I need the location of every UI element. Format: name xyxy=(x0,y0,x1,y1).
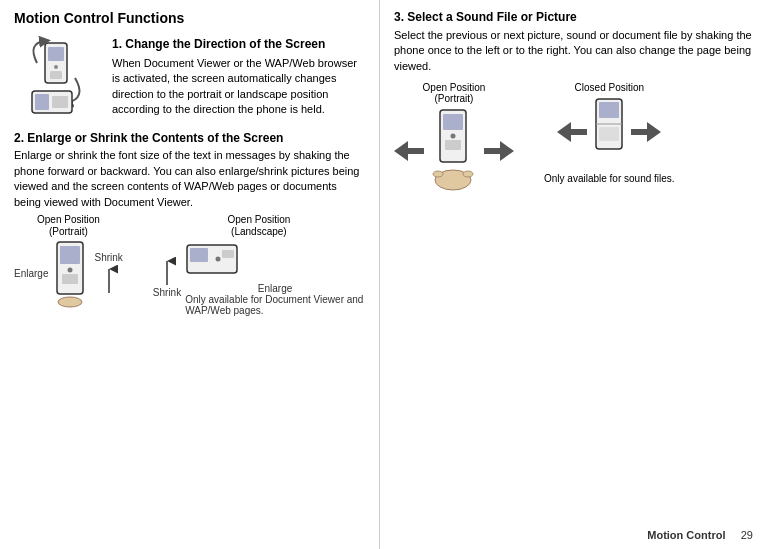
sec3-closed-phone xyxy=(591,97,627,167)
svg-rect-18 xyxy=(222,250,234,258)
sec3-closed-label: Closed Position xyxy=(575,82,644,93)
section1-body: When Document Viewer or the WAP/Web brow… xyxy=(112,56,365,118)
only-available-note: Only available for Document Viewer and W… xyxy=(185,294,365,316)
sec3-closed-arrows-phone xyxy=(557,97,661,167)
landscape-phone-diagram xyxy=(185,240,253,280)
section2-diagrams: Open Position(Portrait) Enlarge xyxy=(14,214,365,316)
section3-diagrams: Open Position(Portrait) xyxy=(394,82,753,193)
page-container: Motion Control Functions xyxy=(0,0,767,549)
svg-marker-27 xyxy=(484,141,514,161)
svg-marker-19 xyxy=(394,141,424,161)
sec3-portrait-diag: Open Position(Portrait) xyxy=(394,82,514,193)
sec3-portrait-label: Open Position(Portrait) xyxy=(423,82,486,104)
sec3-portrait-phone xyxy=(428,108,480,193)
diag2-portrait-label: Open Position(Portrait) xyxy=(37,214,100,238)
landscape-enlarge-label: Enlarge xyxy=(185,283,365,294)
section2-heading: 2. Enlarge or Shrink the Contents of the… xyxy=(14,131,365,145)
svg-rect-9 xyxy=(60,246,80,264)
left-column: Motion Control Functions xyxy=(0,0,380,549)
section3-body: Select the previous or next picture, sou… xyxy=(394,28,753,74)
footer-page: 29 xyxy=(741,529,753,541)
svg-rect-7 xyxy=(52,96,68,108)
svg-marker-28 xyxy=(557,122,587,142)
section3-heading: 3. Select a Sound File or Picture xyxy=(394,10,753,24)
sec3-closed-diag: Closed Position xyxy=(544,82,675,184)
shrink-label: Shrink xyxy=(94,252,122,263)
shrink-arrow xyxy=(99,265,119,295)
svg-point-26 xyxy=(463,171,473,177)
sec3-left-arrow xyxy=(394,136,424,166)
section2: 2. Enlarge or Shrink the Contents of the… xyxy=(14,131,365,316)
section2-body: Enlarge or shrink the font size of the t… xyxy=(14,148,365,210)
svg-rect-11 xyxy=(62,274,78,284)
diag2-landscape-label: Open Position(Landscape) xyxy=(228,214,291,238)
section1-text: 1. Change the Direction of the Screen Wh… xyxy=(112,30,365,121)
section1: 1. Change the Direction of the Screen Wh… xyxy=(14,30,365,121)
main-title: Motion Control Functions xyxy=(14,10,365,26)
enlarge-label: Enlarge xyxy=(14,268,48,279)
svg-marker-33 xyxy=(631,122,661,142)
svg-rect-21 xyxy=(443,114,463,130)
svg-rect-23 xyxy=(445,140,461,150)
svg-point-17 xyxy=(216,256,221,261)
svg-rect-32 xyxy=(599,127,619,141)
portrait-phone-diagram xyxy=(52,240,90,308)
right-column: 3. Select a Sound File or Picture Select… xyxy=(380,0,767,549)
section1-diagram xyxy=(17,33,102,118)
svg-point-2 xyxy=(54,65,58,69)
footer: Motion Control 29 xyxy=(647,529,753,541)
sec3-closed-right-arrow xyxy=(631,117,661,147)
landscape-shrink-arrow xyxy=(157,257,177,287)
diag2-landscape: Open Position(Landscape) xyxy=(153,214,365,316)
svg-point-12 xyxy=(58,297,82,307)
svg-rect-3 xyxy=(50,71,62,79)
svg-rect-16 xyxy=(190,248,208,262)
svg-rect-1 xyxy=(48,47,64,61)
sec3-closed-left-arrow xyxy=(557,117,587,147)
svg-point-22 xyxy=(451,134,456,139)
section1-image xyxy=(14,30,104,121)
landscape-shrink-label: Shrink xyxy=(153,287,181,298)
sec3-right-arrow xyxy=(484,136,514,166)
svg-point-25 xyxy=(433,171,443,177)
sec3-note: Only available for sound files. xyxy=(544,173,675,184)
svg-rect-5 xyxy=(35,94,49,110)
section1-heading: 1. Change the Direction of the Screen xyxy=(112,36,365,53)
diag2-portrait: Open Position(Portrait) Enlarge xyxy=(14,214,123,308)
sec3-portrait-arrows-phone xyxy=(394,108,514,193)
svg-rect-30 xyxy=(599,102,619,118)
footer-label: Motion Control xyxy=(647,529,725,541)
svg-point-10 xyxy=(68,267,73,272)
